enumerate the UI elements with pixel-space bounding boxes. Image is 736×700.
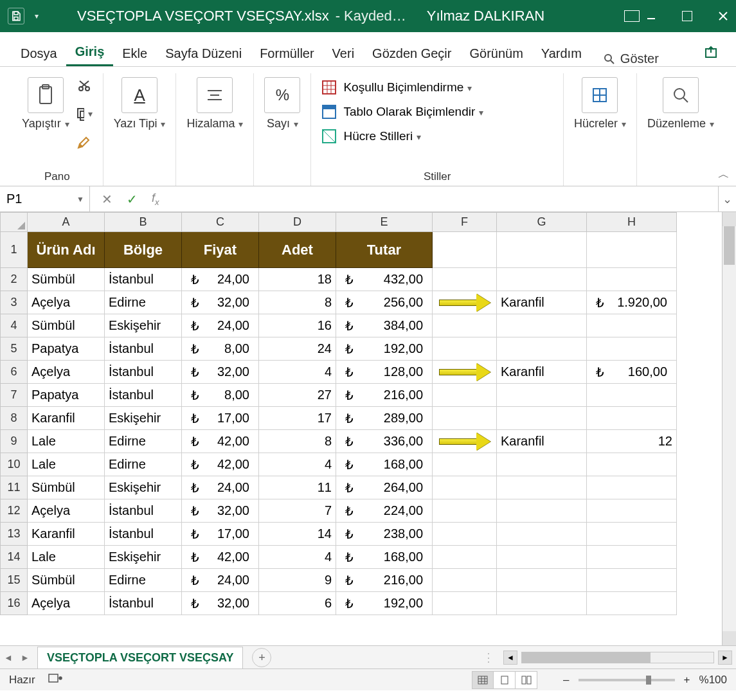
- cell[interactable]: ₺256,00: [336, 291, 433, 314]
- scroll-down-icon[interactable]: [723, 631, 736, 645]
- cell[interactable]: ₺128,00: [336, 361, 433, 384]
- cell[interactable]: ₺384,00: [336, 314, 433, 337]
- row-header-16[interactable]: 16: [1, 592, 28, 615]
- vertical-scrollbar[interactable]: [722, 212, 736, 645]
- cell[interactable]: 27: [259, 384, 336, 407]
- tab-nav-prev-icon[interactable]: ◄: [0, 652, 17, 663]
- cell[interactable]: [587, 232, 677, 268]
- select-all-corner[interactable]: [1, 213, 28, 232]
- cell[interactable]: ₺32,00: [182, 361, 259, 384]
- cell[interactable]: Açelya: [28, 291, 105, 314]
- cell[interactable]: ₺24,00: [182, 314, 259, 337]
- col-header-F[interactable]: F: [433, 213, 497, 232]
- close-button[interactable]: [718, 11, 728, 21]
- minimize-button[interactable]: [646, 11, 656, 21]
- row-header-9[interactable]: 9: [1, 430, 28, 453]
- cell[interactable]: 4: [259, 361, 336, 384]
- table-header[interactable]: Bölge: [105, 232, 182, 268]
- tab-görünüm[interactable]: Görünüm: [460, 41, 532, 66]
- tab-gözden-geçir[interactable]: Gözden Geçir: [363, 41, 460, 66]
- cell[interactable]: ₺17,00: [182, 523, 259, 546]
- cell[interactable]: İstanbul: [105, 337, 182, 361]
- qat-customize-icon[interactable]: ▾: [35, 12, 39, 21]
- tab-yardım[interactable]: Yardım: [532, 41, 591, 66]
- cell[interactable]: Karanfil: [28, 407, 105, 430]
- cell[interactable]: [433, 499, 497, 523]
- cell[interactable]: Açelya: [28, 361, 105, 384]
- cell[interactable]: [433, 592, 497, 615]
- scroll-right-icon[interactable]: ►: [718, 651, 732, 665]
- tab-split-handle[interactable]: ⋮: [483, 651, 496, 665]
- cell[interactable]: 24: [259, 337, 336, 361]
- zoom-in-button[interactable]: +: [684, 674, 690, 687]
- cell[interactable]: [497, 453, 587, 476]
- cell[interactable]: 9: [259, 569, 336, 592]
- table-header[interactable]: Adet: [259, 232, 336, 268]
- editing-button[interactable]: Düzenleme: [647, 73, 714, 130]
- zoom-slider[interactable]: [579, 679, 675, 681]
- macro-record-icon[interactable]: [48, 672, 62, 687]
- table-header[interactable]: Ürün Adı: [28, 232, 105, 268]
- cell[interactable]: Açelya: [28, 499, 105, 523]
- cell[interactable]: [497, 546, 587, 569]
- collapse-ribbon-icon[interactable]: ︿: [718, 166, 730, 182]
- cell[interactable]: [587, 523, 677, 546]
- row-header-5[interactable]: 5: [1, 337, 28, 361]
- maximize-button[interactable]: [682, 11, 692, 21]
- cell[interactable]: ₺336,00: [336, 430, 433, 453]
- horizontal-scrollbar[interactable]: ◄ ►: [503, 651, 732, 665]
- cell[interactable]: [497, 592, 587, 615]
- cell[interactable]: Sümbül: [28, 268, 105, 291]
- cell[interactable]: [587, 569, 677, 592]
- cell[interactable]: [433, 523, 497, 546]
- side-header[interactable]: Ürün Adı: [497, 407, 587, 430]
- cell[interactable]: [433, 232, 497, 268]
- cell[interactable]: ₺42,00: [182, 430, 259, 453]
- table-header[interactable]: Tutar: [336, 232, 433, 268]
- cell[interactable]: ₺8,00: [182, 337, 259, 361]
- cell[interactable]: [433, 314, 497, 337]
- copy-icon[interactable]: [76, 105, 93, 122]
- cell[interactable]: [587, 592, 677, 615]
- cell[interactable]: Papatya: [28, 384, 105, 407]
- cell[interactable]: 8: [259, 291, 336, 314]
- col-header-A[interactable]: A: [28, 213, 105, 232]
- cell[interactable]: Sümbül: [28, 314, 105, 337]
- cell[interactable]: Sümbül: [28, 476, 105, 499]
- cell[interactable]: ₺24,00: [182, 268, 259, 291]
- row-header-12[interactable]: 12: [1, 499, 28, 523]
- cell[interactable]: Edirne: [105, 569, 182, 592]
- cell[interactable]: İstanbul: [105, 523, 182, 546]
- cell[interactable]: [497, 384, 587, 407]
- arrow-icon[interactable]: [433, 430, 497, 453]
- cell[interactable]: ₺32,00: [182, 499, 259, 523]
- row-header-3[interactable]: 3: [1, 291, 28, 314]
- cell[interactable]: 7: [259, 499, 336, 523]
- save-icon[interactable]: [8, 8, 24, 24]
- cell[interactable]: Eskişehir: [105, 407, 182, 430]
- tab-dosya[interactable]: Dosya: [12, 41, 66, 66]
- cell[interactable]: Açelya: [28, 592, 105, 615]
- table-header[interactable]: Fiyat: [182, 232, 259, 268]
- cell[interactable]: ₺264,00: [336, 476, 433, 499]
- cell[interactable]: Lale: [28, 430, 105, 453]
- cell[interactable]: 16: [259, 314, 336, 337]
- fx-icon[interactable]: fx: [152, 192, 159, 207]
- format-as-table-button[interactable]: Tablo Olarak Biçimlendir: [321, 104, 483, 120]
- cell[interactable]: ₺32,00: [182, 592, 259, 615]
- row-header-13[interactable]: 13: [1, 523, 28, 546]
- cell[interactable]: Eskişehir: [105, 546, 182, 569]
- cell[interactable]: [587, 499, 677, 523]
- cancel-formula-icon[interactable]: ✕: [102, 192, 112, 207]
- cell[interactable]: Sümbül: [28, 569, 105, 592]
- cell[interactable]: Edirne: [105, 291, 182, 314]
- side-value[interactable]: ₺160,00: [587, 361, 677, 384]
- cell[interactable]: ₺32,00: [182, 291, 259, 314]
- side-header[interactable]: Ürün Adı: [497, 337, 587, 361]
- cell[interactable]: Lale: [28, 546, 105, 569]
- add-sheet-button[interactable]: +: [252, 648, 271, 667]
- cell[interactable]: ₺24,00: [182, 569, 259, 592]
- cell[interactable]: [433, 453, 497, 476]
- col-header-D[interactable]: D: [259, 213, 336, 232]
- cell[interactable]: [433, 268, 497, 291]
